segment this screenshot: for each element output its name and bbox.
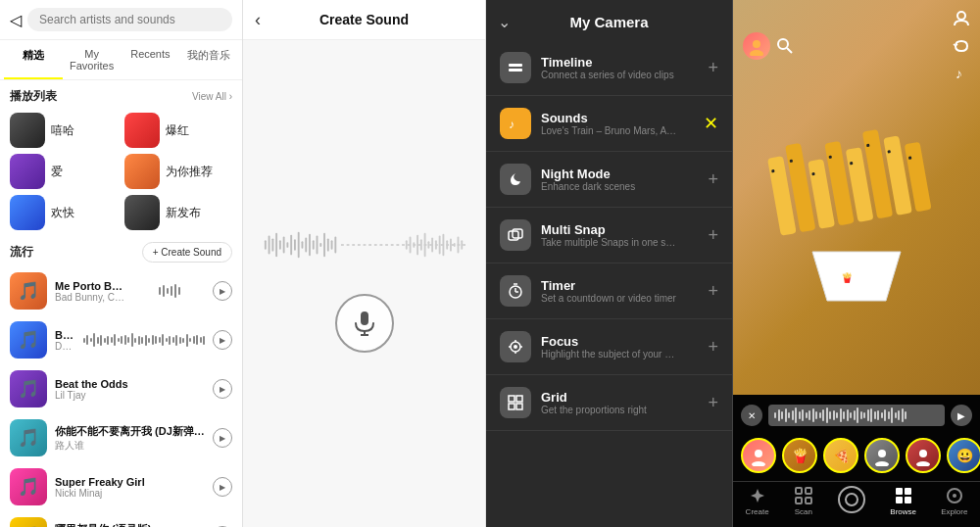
camera-menu: Timeline Connect a series of video clips… — [486, 40, 732, 527]
song-item-0[interactable]: 🎵 Me Porto Bonito Bad Bunny, Chencho Cor… — [0, 266, 242, 315]
camera-item-action-timeline[interactable]: + — [708, 58, 718, 78]
camera-item-title-focus: Focus — [541, 334, 708, 349]
nav-label-scan: Scan — [795, 507, 812, 516]
svg-rect-21 — [406, 240, 408, 249]
song-item-2[interactable]: 🎵 Beat the Odds Lil Tjay ▶ — [0, 364, 242, 413]
list-item[interactable]: 嘻哈 — [10, 113, 119, 148]
play-button-2[interactable]: ▶ — [213, 379, 232, 399]
playlist-thumb-0 — [10, 113, 45, 148]
tab-favorites[interactable]: My Favorites — [63, 40, 122, 79]
sounds-close-button[interactable]: ✕ — [704, 113, 718, 134]
music-icon[interactable]: ♪ — [953, 65, 970, 82]
view-all-link[interactable]: View All › — [192, 91, 232, 102]
focus-icon — [500, 331, 531, 362]
camera-item-timeline[interactable]: Timeline Connect a series of video clips… — [486, 40, 732, 96]
camera-item-focus[interactable]: Focus Highlight the subject of your Snap… — [486, 319, 732, 375]
search-icon[interactable] — [776, 37, 794, 55]
camera-item-multisnap[interactable]: Multi Snap Take multiple Snaps in one se… — [486, 208, 732, 264]
camera-item-grid[interactable]: Grid Get the proportions right + — [486, 375, 732, 431]
list-item[interactable]: 为你推荐 — [124, 154, 233, 189]
playlist-thumb-1 — [124, 113, 160, 148]
nav-item-browse[interactable]: Browse — [890, 486, 916, 517]
svg-rect-33 — [450, 238, 452, 251]
svg-point-61 — [778, 39, 788, 49]
svg-rect-37 — [361, 311, 368, 325]
waveform-1 — [83, 333, 206, 347]
song-item-5[interactable]: 🎵 哪里都是你 (语录版) 马二郎 ▶ — [0, 511, 242, 527]
down-arrow-icon[interactable]: ⌄ — [498, 13, 511, 31]
svg-rect-5 — [283, 236, 285, 253]
play-button-4[interactable]: ▶ — [213, 477, 232, 497]
svg-rect-31 — [442, 233, 444, 256]
camera-item-action-grid[interactable]: + — [708, 393, 718, 413]
tab-recents[interactable]: Recents — [122, 40, 180, 79]
camera-item-sub-timeline: Connect a series of video clips — [541, 70, 678, 80]
story-item-1[interactable]: 🍟 — [782, 438, 817, 473]
nav-item-explore[interactable]: Explore — [941, 486, 967, 517]
camera-item-timer[interactable]: Timer Set a countdown or video timer + — [486, 264, 732, 319]
camera-item-sub-multisnap: Take multiple Snaps in one session — [541, 237, 678, 248]
list-item[interactable]: 爆红 — [124, 113, 233, 148]
tab-mymusic[interactable]: 我的音乐 — [179, 40, 238, 79]
list-item[interactable]: 欢快 — [10, 195, 119, 230]
back-button[interactable]: ‹ — [255, 10, 261, 30]
grid-icon — [500, 387, 531, 418]
playlist-thumb-3 — [124, 154, 160, 189]
camera-flip-icon[interactable] — [953, 37, 970, 55]
create-sound-button[interactable]: + Create Sound — [142, 242, 232, 263]
camera-item-action-focus[interactable]: + — [708, 337, 718, 358]
song-info-5: 哪里都是你 (语录版) 马二郎 — [55, 522, 205, 528]
song-thumb-0: 🎵 — [10, 272, 47, 310]
story-item-0[interactable] — [741, 438, 776, 473]
list-item[interactable]: 爱 — [10, 154, 119, 189]
list-item[interactable]: 新发布 — [124, 195, 233, 230]
svg-rect-94 — [905, 488, 911, 495]
nav-item-create[interactable]: Create — [746, 486, 769, 517]
capture-button[interactable] — [838, 486, 865, 513]
camera-item-info-focus: Focus Highlight the subject of your Snap — [541, 334, 708, 359]
song-item-3[interactable]: 🎵 你能不能不要离开我 (DJ新弹 Version) 路人谁 ▶ — [0, 413, 242, 462]
waveform-close-button[interactable]: ✕ — [741, 405, 762, 426]
svg-rect-14 — [317, 235, 318, 254]
playlist-thumb-5 — [124, 195, 160, 230]
camera-item-title-multisnap: Multi Snap — [541, 222, 708, 237]
waveform-play-button[interactable]: ▶ — [951, 405, 972, 426]
svg-rect-30 — [439, 235, 441, 254]
story-item-3[interactable] — [864, 438, 900, 473]
microphone-button[interactable] — [335, 294, 394, 353]
play-button-3[interactable]: ▶ — [213, 428, 232, 448]
play-button-1[interactable]: ▶ — [213, 330, 232, 350]
song-item-4[interactable]: 🎵 Super Freaky Girl Nicki Minaj ▶ — [0, 462, 242, 511]
person-icon[interactable] — [953, 10, 970, 27]
camera-item-action-timer[interactable]: + — [708, 281, 718, 302]
camera-item-sub-grid: Get the proportions right — [541, 405, 678, 415]
nav-item-scan[interactable]: Scan — [794, 486, 813, 517]
search-input[interactable] — [27, 8, 232, 31]
svg-rect-55 — [509, 396, 514, 402]
camera-item-nightmode[interactable]: Night Mode Enhance dark scenes + — [486, 152, 732, 208]
avatar[interactable] — [743, 32, 770, 60]
song-title-1: BEAUTIFUL — [55, 329, 75, 341]
song-info-3: 你能不能不要离开我 (DJ新弹 Version) 路人谁 — [55, 424, 205, 453]
svg-rect-93 — [896, 488, 903, 495]
camera-item-sounds[interactable]: ♪ Sounds Love's Train – Bruno Mars, Ande… — [486, 96, 732, 152]
svg-rect-0 — [265, 240, 267, 249]
play-button-0[interactable]: ▶ — [213, 281, 232, 301]
playlist-label-1: 爆红 — [166, 122, 189, 139]
camera-item-info-grid: Grid Get the proportions right — [541, 390, 708, 415]
svg-rect-24 — [416, 234, 418, 255]
tab-featured[interactable]: 精选 — [4, 40, 63, 79]
story-item-4[interactable] — [906, 438, 941, 473]
snap-top-bar: ♪ — [733, 0, 980, 92]
nav-item-capture[interactable] — [838, 486, 865, 517]
camera-title: My Camera — [569, 14, 648, 30]
svg-rect-17 — [327, 238, 329, 251]
story-item-2[interactable]: 🍕 — [823, 438, 858, 473]
camera-item-action-multisnap[interactable]: + — [708, 225, 718, 246]
fries-image: 🍟 — [759, 115, 955, 311]
song-item-1[interactable]: 🎵 BEAUTIFUL DJ Khaled feat. Future & SZA… — [0, 315, 242, 364]
back-icon[interactable]: ◁ — [10, 11, 22, 29]
scan-icon — [794, 486, 813, 505]
camera-item-action-nightmode[interactable]: + — [708, 169, 718, 190]
story-item-5[interactable]: 😀 — [947, 438, 980, 473]
